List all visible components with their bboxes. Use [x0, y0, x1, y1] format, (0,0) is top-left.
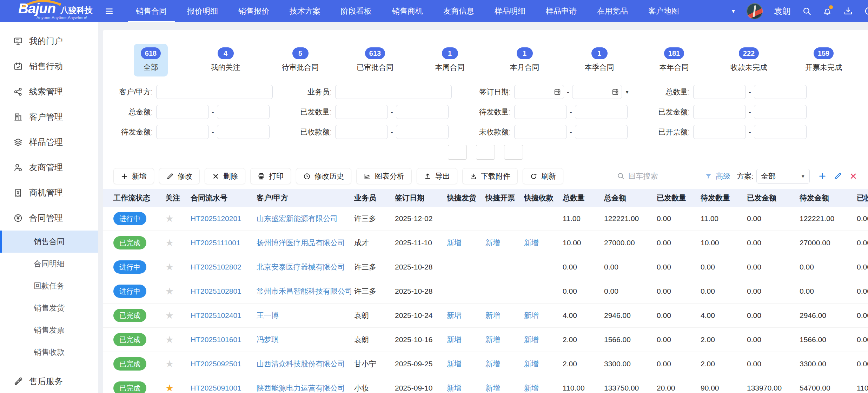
quick-search-input[interactable]: [628, 172, 691, 180]
customer-link[interactable]: 陕西能源电力运营有限公司: [257, 384, 345, 392]
quick-invoice-link[interactable]: 新增: [485, 311, 500, 319]
user-avatar[interactable]: [747, 3, 763, 19]
advanced-filter-link[interactable]: 高级: [716, 171, 730, 181]
chart-button[interactable]: 图表分析: [356, 168, 412, 184]
filter-input[interactable]: [335, 105, 388, 119]
sidebar-item-销售发票[interactable]: 销售发票: [0, 319, 98, 341]
nav-item-客户地图[interactable]: 客户地图: [638, 0, 689, 22]
star-icon[interactable]: ★: [165, 238, 174, 248]
sidebar-item-销售发货[interactable]: 销售发货: [0, 297, 98, 319]
quick-invoice-link[interactable]: 新增: [485, 239, 500, 247]
stat-filter-已审批合同[interactable]: 613 已审批合同: [338, 44, 412, 76]
stat-filter-本年合同[interactable]: 181 本年合同: [637, 44, 711, 76]
delete-scheme-icon[interactable]: [849, 172, 857, 180]
user-name[interactable]: 袁朗: [774, 6, 791, 17]
quick-ship-link[interactable]: 新增: [447, 384, 462, 392]
table-row[interactable]: 进行中 ★ HT2025120201 山东盛宏新能源有限公司 许三多 2025-…: [103, 207, 868, 231]
filter-input[interactable]: [396, 125, 449, 139]
star-icon[interactable]: ★: [165, 287, 174, 296]
nav-item-销售报价[interactable]: 销售报价: [228, 0, 279, 22]
nav-item-报价明细[interactable]: 报价明细: [177, 0, 228, 22]
scheme-select[interactable]: 全部 ▼: [756, 169, 810, 184]
filter-input[interactable]: [754, 125, 807, 139]
nav-item-阶段看板[interactable]: 阶段看板: [331, 0, 382, 22]
重置-button[interactable]: [476, 145, 495, 160]
stat-filter-全部[interactable]: 618 全部: [113, 44, 188, 76]
customer-link[interactable]: 扬州博洋医疗用品有限公司: [257, 239, 345, 247]
filter-input[interactable]: [754, 105, 807, 119]
nav-item-样品明细[interactable]: 样品明细: [484, 0, 536, 22]
filter-input[interactable]: [514, 125, 567, 139]
quick-ship-link[interactable]: 新增: [447, 239, 462, 247]
notification-bell-icon[interactable]: [823, 6, 832, 16]
customer-link[interactable]: 冯梦琪: [257, 335, 279, 344]
customer-link[interactable]: 山西清众科技股份有限公司: [257, 360, 345, 368]
plus-button[interactable]: 新增: [113, 168, 154, 184]
sidebar-item-销售行动[interactable]: 销售行动: [0, 54, 98, 79]
table-row[interactable]: 进行中 ★ HT2025102802 北京安泰医疗器械有限公司 许三多 2025…: [103, 255, 868, 279]
customer-link[interactable]: 山东盛宏新能源有限公司: [257, 214, 338, 222]
download-button[interactable]: 下载附件: [462, 168, 518, 184]
quick-receipt-link[interactable]: 新增: [524, 360, 539, 368]
quick-ship-link[interactable]: 新增: [447, 335, 462, 344]
table-row[interactable]: 已完成 ★ HT2025102401 王一博 袁朗 2025-10-24 新增 …: [103, 304, 868, 328]
contract-link[interactable]: HT2025102401: [191, 311, 241, 319]
table-row[interactable]: 进行中 ★ HT2025102801 常州市禾昌智能科技有限公司 许三多 202…: [103, 279, 868, 304]
sidebar-item-销售合同[interactable]: 销售合同: [0, 231, 98, 253]
filter-input[interactable]: [335, 85, 452, 99]
customer-link[interactable]: 北京安泰医疗器械有限公司: [257, 263, 345, 271]
table-row[interactable]: 已完成 ★ HT2025101601 冯梦琪 袁朗 2025-10-16 新增 …: [103, 328, 868, 352]
download-center-icon[interactable]: [843, 6, 853, 16]
filter-input[interactable]: [217, 105, 270, 119]
quick-invoice-link[interactable]: 新增: [485, 360, 500, 368]
contract-link[interactable]: HT2025111001: [191, 239, 240, 247]
hamburger-menu-icon[interactable]: [105, 7, 114, 16]
stat-filter-本季合同[interactable]: 1 本季合同: [562, 44, 637, 76]
stat-filter-我的关注[interactable]: 4 我的关注: [188, 44, 263, 76]
sidebar-item-线索管理[interactable]: 线索管理: [0, 79, 98, 104]
stat-filter-待审批合同[interactable]: 5 待审批合同: [263, 44, 338, 76]
customer-link[interactable]: 常州市禾昌智能科技有限公司: [257, 287, 351, 295]
quick-ship-link[interactable]: 新增: [447, 311, 462, 319]
nav-more-caret-icon[interactable]: ▼: [731, 8, 736, 14]
stat-filter-本月合同[interactable]: 1 本月合同: [487, 44, 562, 76]
nav-item-销售合同[interactable]: 销售合同: [126, 0, 177, 22]
quick-receipt-link[interactable]: 新增: [524, 239, 539, 247]
export-button[interactable]: 导出: [417, 168, 457, 184]
sidebar-item-客户管理[interactable]: 客户管理: [0, 104, 98, 129]
收起-button[interactable]: [504, 145, 523, 160]
star-icon[interactable]: ★: [165, 335, 174, 345]
search-icon[interactable]: [802, 6, 811, 16]
filter-input[interactable]: [575, 105, 628, 119]
stat-filter-开票未完成[interactable]: 159 开票未完成: [786, 44, 861, 76]
printer-button[interactable]: 打印: [250, 168, 291, 184]
filter-input[interactable]: [156, 85, 273, 99]
star-icon[interactable]: ★: [165, 359, 174, 369]
sidebar-item-销售收款[interactable]: 销售收款: [0, 341, 98, 363]
filter-input[interactable]: [396, 105, 449, 119]
filter-input[interactable]: [575, 125, 628, 139]
close-button[interactable]: 删除: [205, 168, 245, 184]
contract-link[interactable]: HT2025102802: [191, 263, 241, 271]
filter-input[interactable]: [514, 85, 564, 99]
quick-receipt-link[interactable]: 新增: [524, 335, 539, 344]
filter-input[interactable]: [335, 125, 388, 139]
sidebar-item-友商管理[interactable]: 友商管理: [0, 155, 98, 180]
help-icon[interactable]: [864, 6, 868, 16]
customer-link[interactable]: 王一博: [257, 311, 279, 319]
refresh-button[interactable]: 刷新: [523, 168, 563, 184]
nav-item-友商信息[interactable]: 友商信息: [433, 0, 484, 22]
filter-input[interactable]: [217, 125, 270, 139]
contract-link[interactable]: HT2025091001: [191, 384, 241, 392]
quick-invoice-link[interactable]: 新增: [485, 384, 500, 392]
quick-invoice-link[interactable]: 新增: [485, 335, 500, 344]
filter-input[interactable]: [156, 105, 209, 119]
filter-input[interactable]: [693, 125, 746, 139]
column-settings-gear-icon[interactable]: [861, 193, 868, 203]
stat-filter-收款未完成[interactable]: 222 收款未完成: [711, 44, 786, 76]
sidebar-item-合同管理[interactable]: 合同管理: [0, 205, 98, 231]
sidebar-item-样品管理[interactable]: 样品管理: [0, 129, 98, 155]
filter-funnel-icon[interactable]: [705, 173, 712, 180]
filter-input[interactable]: [572, 85, 622, 99]
star-icon[interactable]: ★: [165, 214, 174, 224]
